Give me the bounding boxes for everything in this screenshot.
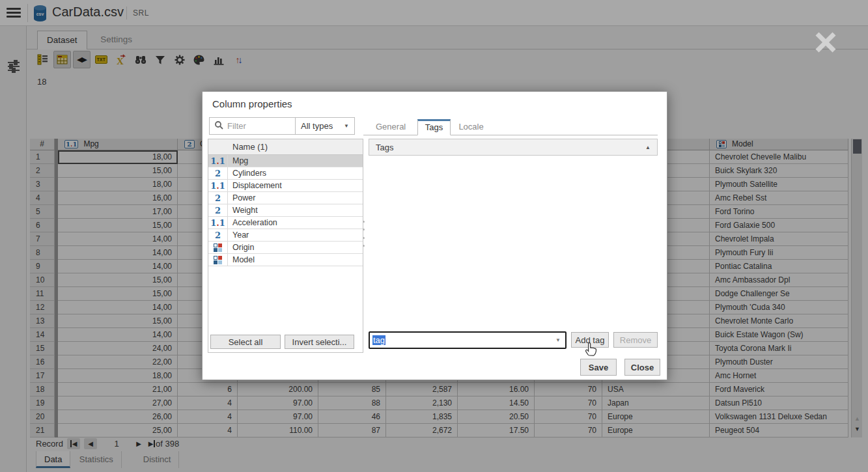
column-list-item[interactable]: 2Weight (208, 204, 363, 217)
category-type-icon (208, 242, 228, 253)
decimal-type-icon: 1.1 (208, 180, 228, 191)
type-filter-dropdown[interactable]: All types ▼ (295, 117, 355, 135)
column-list-item[interactable]: 2Year (208, 229, 363, 242)
column-name: Cylinders (228, 167, 266, 179)
column-properties-dialog: Column properties Filter All types ▼ Gen… (202, 91, 667, 380)
tab-label: General (376, 122, 406, 132)
search-icon (214, 120, 223, 132)
filter-input[interactable]: Filter (209, 117, 296, 135)
column-name: Power (228, 192, 255, 204)
dialog-tab-tags[interactable]: Tags (417, 119, 451, 135)
column-name: Displacement (228, 180, 282, 191)
column-list-item[interactable]: 1.1Displacement (208, 180, 363, 192)
dialog-title: Column properties (212, 98, 292, 109)
column-list: 1.1Mpg2Cylinders1.1Displacement2Power2We… (208, 155, 363, 266)
remove-tag-button[interactable]: Remove (613, 332, 658, 348)
tag-input[interactable]: tag ▼ (369, 331, 567, 349)
decimal-type-icon: 1.1 (208, 155, 228, 167)
category-type-icon (208, 254, 228, 266)
close-icon[interactable] (811, 28, 840, 57)
column-name: Weight (228, 204, 258, 216)
chevron-down-icon: ▼ (555, 337, 561, 343)
tag-input-value: tag (372, 335, 385, 345)
integer-type-icon: 2 (208, 204, 228, 216)
column-list-item[interactable]: 1.1Acceleration (208, 217, 363, 229)
column-list-item[interactable]: Origin (208, 242, 363, 254)
tab-label: Locale (458, 122, 483, 132)
decimal-type-icon: 1.1 (208, 217, 228, 229)
column-name: Origin (228, 242, 254, 253)
column-list-header: Name (1) (208, 139, 363, 155)
dialog-tab-locale[interactable]: Locale (451, 119, 490, 135)
integer-type-icon: 2 (208, 229, 228, 241)
dialog-tab-general[interactable]: General (369, 119, 413, 135)
column-list-item[interactable]: 2Cylinders (208, 167, 363, 180)
save-button[interactable]: Save (580, 359, 617, 376)
invert-selection-button[interactable]: Invert selecti... (285, 335, 354, 349)
close-button[interactable]: Close (624, 359, 660, 376)
tags-section-header[interactable]: Tags ▲ (369, 139, 658, 156)
column-list-item[interactable]: 1.1Mpg (208, 155, 363, 167)
column-name: Acceleration (228, 217, 277, 229)
filter-placeholder: Filter (227, 121, 246, 131)
type-filter-value: All types (301, 121, 333, 131)
select-all-button[interactable]: Select all (210, 335, 281, 349)
add-tag-button[interactable]: Add tag (571, 332, 609, 348)
column-list-panel: Name (1) 1.1Mpg2Cylinders1.1Displacement… (208, 139, 363, 353)
column-name: Model (228, 254, 255, 266)
tags-section-label: Tags (376, 143, 393, 152)
tab-label: Tags (425, 122, 443, 132)
dialog-tab-strip: GeneralTagsLocale (363, 119, 658, 135)
column-list-item[interactable]: 2Power (208, 192, 363, 204)
column-list-item[interactable]: Model (208, 254, 363, 266)
integer-type-icon: 2 (208, 167, 228, 179)
panel-splitter[interactable] (363, 221, 365, 247)
integer-type-icon: 2 (208, 192, 228, 204)
column-name: Year (228, 229, 249, 241)
chevron-down-icon: ▼ (344, 123, 349, 129)
collapse-up-icon: ▲ (645, 145, 651, 150)
column-name: Mpg (228, 155, 248, 167)
